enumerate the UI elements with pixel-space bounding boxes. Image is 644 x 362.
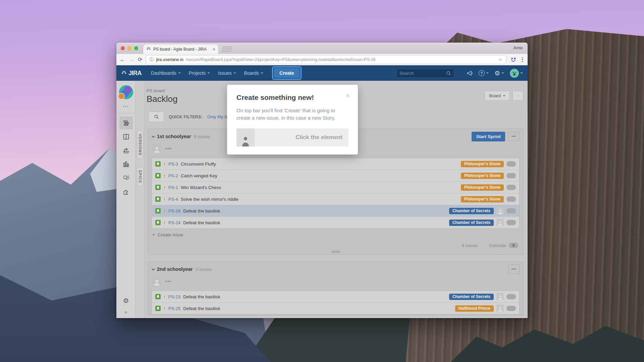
address-bar[interactable]: ⓘ jira.userlane.io /secure/RapidBoard.js… bbox=[146, 55, 506, 64]
epic-label[interactable]: Chamber of Secrets bbox=[449, 294, 494, 300]
settings-menu[interactable]: ⚙ bbox=[494, 70, 504, 76]
issue-key[interactable]: PS-4 bbox=[168, 197, 178, 202]
assignee-avatar[interactable] bbox=[496, 207, 504, 215]
issue-key[interactable]: PS-24 bbox=[168, 220, 180, 225]
search-input[interactable] bbox=[399, 71, 446, 76]
browser-profile-name[interactable]: Arno bbox=[514, 45, 523, 50]
issue-key[interactable]: PS-23 bbox=[168, 294, 180, 299]
epic-label[interactable]: Chamber of Secrets bbox=[449, 220, 494, 226]
estimate-pill[interactable] bbox=[506, 220, 516, 225]
sidebar-item-reports[interactable] bbox=[119, 158, 133, 171]
zoom-window-button[interactable] bbox=[134, 46, 138, 50]
issue-key[interactable]: PS-25 bbox=[168, 306, 180, 311]
epic-label[interactable]: Philosoper's Stone bbox=[461, 184, 504, 191]
userlane-extension-icon[interactable] bbox=[510, 56, 517, 63]
sidebar-item-releases[interactable] bbox=[119, 144, 133, 157]
issue-row[interactable]: ↑ PS-26 Defeat the basilisk Chamber of S… bbox=[152, 205, 519, 217]
new-tab-button[interactable] bbox=[221, 46, 232, 52]
story-type-icon bbox=[155, 161, 161, 167]
sidebar-item-active-sprints[interactable] bbox=[119, 130, 133, 143]
forward-icon[interactable]: → bbox=[129, 57, 134, 62]
sprint-name[interactable]: 2nd schoolyear bbox=[157, 266, 193, 272]
project-avatar[interactable] bbox=[119, 85, 133, 99]
estimate-pill[interactable] bbox=[506, 208, 516, 214]
collapse-sprint-icon[interactable] bbox=[152, 134, 155, 138]
issue-row[interactable]: ↑ PS-25 Defeat the basilisk Halfblood Pr… bbox=[152, 303, 519, 314]
nav-item-projects[interactable]: Projects bbox=[185, 65, 214, 81]
assignee-avatar[interactable] bbox=[496, 305, 504, 312]
user-avatar bbox=[510, 69, 519, 78]
more-avatars-icon[interactable]: ••• bbox=[165, 146, 172, 151]
story-type-icon bbox=[155, 173, 161, 178]
reload-icon[interactable]: ⟳ bbox=[138, 57, 142, 62]
minimize-window-button[interactable] bbox=[127, 46, 131, 50]
sidebar-expand-icon[interactable]: » bbox=[125, 309, 127, 315]
sidebar-divider bbox=[116, 113, 136, 113]
more-avatars-icon[interactable]: ••• bbox=[165, 279, 172, 284]
tab-versions[interactable]: VERSIONS bbox=[137, 130, 144, 159]
chevron-up-icon bbox=[517, 94, 519, 98]
collapse-all-button[interactable] bbox=[513, 91, 523, 101]
issue-row[interactable]: ↑ PS-2 Catch winged Key Philosoper's Sto… bbox=[152, 170, 519, 182]
page-info-icon[interactable]: ⓘ bbox=[149, 57, 154, 63]
sidebar-settings-icon[interactable]: ⚙ bbox=[123, 297, 129, 305]
issue-row[interactable]: ↑ PS-1 Win Wizard's Chess Philosoper's S… bbox=[152, 182, 519, 193]
epic-label[interactable]: Philosoper's Stone bbox=[461, 173, 504, 179]
bookmark-star-icon[interactable]: ☆ bbox=[498, 57, 503, 63]
sidebar-item-issues[interactable] bbox=[119, 172, 133, 184]
megaphone-icon[interactable] bbox=[467, 70, 473, 76]
issue-row[interactable]: ↑ PS-3 Circumvent Fluffy Philosoper's St… bbox=[152, 158, 519, 170]
epic-label[interactable]: Philosoper's Stone bbox=[461, 161, 504, 167]
project-name[interactable]: PS board bbox=[147, 88, 178, 93]
backlog-search-button[interactable] bbox=[149, 112, 164, 122]
create-button[interactable]: Create bbox=[274, 68, 300, 78]
estimate-pill[interactable] bbox=[506, 173, 516, 178]
epic-label[interactable]: Chamber of Secrets bbox=[449, 208, 494, 214]
browser-menu-icon[interactable] bbox=[521, 57, 524, 63]
issue-row[interactable]: ↑ PS-24 Defeat the basilisk Chamber of S… bbox=[152, 217, 519, 229]
close-window-button[interactable] bbox=[121, 46, 125, 50]
assignee-avatar-placeholder[interactable] bbox=[152, 277, 161, 286]
board-menu-button[interactable]: Board bbox=[485, 91, 510, 101]
sprint-name[interactable]: 1st schoolyear bbox=[157, 134, 191, 139]
issue-key[interactable]: PS-1 bbox=[168, 185, 178, 190]
assignee-avatar[interactable] bbox=[496, 219, 504, 226]
issue-key[interactable]: PS-3 bbox=[168, 162, 178, 167]
epic-label[interactable]: Halfblood Prince bbox=[455, 305, 494, 312]
collapse-sprint-icon[interactable] bbox=[152, 267, 155, 270]
jira-logo[interactable]: JIRA bbox=[121, 70, 142, 77]
estimate-pill[interactable] bbox=[506, 185, 516, 190]
tooltip-close-icon[interactable]: × bbox=[345, 92, 350, 100]
tab-epics[interactable]: EPICS bbox=[137, 167, 144, 186]
sidebar-item-addons[interactable] bbox=[119, 185, 133, 198]
issue-key[interactable]: PS-2 bbox=[168, 173, 178, 178]
sprint-actions-button[interactable]: ••• bbox=[508, 264, 520, 274]
epic-label[interactable]: Philosoper's Stone bbox=[461, 196, 504, 202]
estimate-pill[interactable] bbox=[506, 196, 516, 202]
issue-row[interactable]: ↑ PS-23 Defeat the basilisk Chamber of S… bbox=[152, 291, 519, 303]
assignee-avatar-placeholder[interactable] bbox=[152, 144, 161, 153]
create-issue-row[interactable]: + Create issue bbox=[152, 229, 520, 240]
estimate-pill[interactable] bbox=[506, 294, 516, 299]
story-type-icon bbox=[155, 294, 161, 299]
start-sprint-button[interactable]: Start Sprint bbox=[472, 132, 505, 141]
nav-item-dashboards[interactable]: Dashboards bbox=[147, 65, 185, 81]
help-menu[interactable]: ? bbox=[479, 70, 489, 76]
issue-key[interactable]: PS-26 bbox=[168, 208, 180, 214]
assignee-avatar[interactable] bbox=[496, 293, 504, 300]
sprint-actions-button[interactable]: ••• bbox=[508, 132, 520, 141]
nav-item-boards[interactable]: Boards bbox=[240, 65, 267, 81]
issue-row[interactable]: ↑ PS-4 Solve the wish mirror's riddle Ph… bbox=[152, 193, 519, 205]
user-menu[interactable] bbox=[510, 69, 523, 78]
estimate-pill[interactable] bbox=[506, 161, 516, 167]
nav-item-issues[interactable]: Issues bbox=[214, 65, 240, 81]
resize-handle[interactable] bbox=[331, 251, 340, 253]
estimate-pill[interactable] bbox=[506, 306, 516, 311]
global-search[interactable] bbox=[396, 69, 454, 78]
puzzle-icon bbox=[122, 188, 130, 195]
sidebar-item-backlog[interactable] bbox=[119, 117, 133, 129]
browser-tab[interactable]: PS board - Agile Board - JIRA × bbox=[143, 44, 218, 54]
tab-close-icon[interactable]: × bbox=[213, 47, 215, 52]
sidebar-overflow-icon[interactable]: ••• bbox=[123, 104, 129, 108]
back-icon[interactable]: ← bbox=[120, 57, 125, 62]
